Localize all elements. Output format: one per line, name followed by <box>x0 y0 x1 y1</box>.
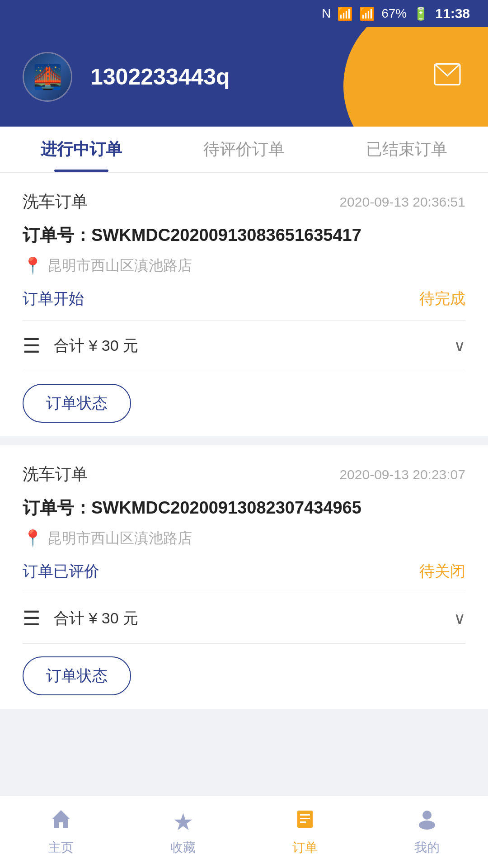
nav-item-mine[interactable]: 我的 <box>366 808 488 856</box>
nav-item-home[interactable]: 主页 <box>0 808 122 856</box>
order-type-1: 洗车订单 <box>23 191 88 213</box>
order-time-1: 2020-09-13 20:36:51 <box>339 194 465 210</box>
star-icon: ★ <box>173 808 194 835</box>
chevron-down-icon-1[interactable]: ∨ <box>454 336 465 355</box>
order-header-2: 洗车订单 2020-09-13 20:23:07 <box>23 463 465 486</box>
order-status-row-2: 订单已评价 待关闭 <box>23 561 465 593</box>
order-number-2: 订单号：SWKMDC20200913082307434965 <box>23 496 465 519</box>
svg-marker-1 <box>52 810 70 828</box>
svg-rect-3 <box>300 814 310 816</box>
list-icon-2: ☰ <box>23 607 40 630</box>
order-total-1: 合计 ¥ 30 元 <box>54 335 454 356</box>
mail-icon[interactable] <box>434 62 461 92</box>
time-display: 11:38 <box>435 6 470 21</box>
avatar-image: 🌉 <box>33 63 62 91</box>
order-state-button-1[interactable]: 订单状态 <box>23 384 131 423</box>
location-text-1: 昆明市西山区滇池路店 <box>47 256 192 276</box>
order-status-row-1: 订单开始 待完成 <box>23 288 465 321</box>
svg-rect-4 <box>300 818 310 819</box>
orders-icon <box>294 808 316 835</box>
tab-active-orders[interactable]: 进行中订单 <box>0 127 163 172</box>
order-type-2: 洗车订单 <box>23 463 88 486</box>
username: 1302233443q <box>90 64 230 90</box>
wifi-icon: 📶 <box>337 6 353 21</box>
svg-point-6 <box>422 811 432 820</box>
location-pin-icon-1: 📍 <box>23 256 43 275</box>
order-state-button-2[interactable]: 订单状态 <box>23 656 131 695</box>
nfc-icon: N <box>322 6 331 21</box>
tab-pending-orders[interactable]: 待评价订单 <box>163 127 325 172</box>
decorative-circle <box>343 27 488 127</box>
status-bar: N 📶 📶 67% 🔋 11:38 <box>0 0 488 27</box>
location-pin-icon-2: 📍 <box>23 529 43 548</box>
order-time-2: 2020-09-13 20:23:07 <box>339 467 465 482</box>
home-label: 主页 <box>48 839 74 856</box>
order-header-1: 洗车订单 2020-09-13 20:36:51 <box>23 191 465 213</box>
chevron-down-icon-2[interactable]: ∨ <box>454 609 465 628</box>
order-list: 洗车订单 2020-09-13 20:36:51 订单号：SWKMDC20200… <box>0 173 488 790</box>
battery-text: 67% <box>381 6 407 21</box>
order-location-2: 📍 昆明市西山区滇池路店 <box>23 528 465 548</box>
bottom-nav: 主页 ★ 收藏 订单 我的 <box>0 796 488 868</box>
list-icon-1: ☰ <box>23 334 40 357</box>
order-status-right-1: 待完成 <box>419 288 465 309</box>
order-card-2: 洗车订单 2020-09-13 20:23:07 订单号：SWKMDC20200… <box>0 445 488 709</box>
avatar[interactable]: 🌉 <box>23 52 72 102</box>
svg-point-7 <box>419 821 435 830</box>
battery-icon: 🔋 <box>413 6 429 21</box>
order-number-1: 订单号：SWKMDC20200913083651635417 <box>23 224 465 247</box>
tab-ended-orders[interactable]: 已结束订单 <box>325 127 488 172</box>
tabs-bar: 进行中订单 待评价订单 已结束订单 <box>0 127 488 173</box>
favorites-label: 收藏 <box>170 839 196 856</box>
order-status-right-2: 待关闭 <box>419 561 465 582</box>
user-icon <box>416 808 438 835</box>
location-text-2: 昆明市西山区滇池路店 <box>47 528 192 548</box>
order-status-left-1: 订单开始 <box>23 288 84 309</box>
home-icon <box>50 808 72 835</box>
order-total-row-1[interactable]: ☰ 合计 ¥ 30 元 ∨ <box>23 321 465 371</box>
nav-item-favorites[interactable]: ★ 收藏 <box>122 808 244 856</box>
header: 🌉 1302233443q <box>0 27 488 127</box>
orders-label: 订单 <box>292 839 318 856</box>
order-total-2: 合计 ¥ 30 元 <box>54 608 454 629</box>
order-card-1: 洗车订单 2020-09-13 20:36:51 订单号：SWKMDC20200… <box>0 173 488 436</box>
mine-label: 我的 <box>414 839 440 856</box>
nav-item-orders[interactable]: 订单 <box>244 808 366 856</box>
svg-rect-5 <box>300 821 306 823</box>
signal-icon: 📶 <box>359 6 375 21</box>
order-location-1: 📍 昆明市西山区滇池路店 <box>23 256 465 276</box>
order-status-left-2: 订单已评价 <box>23 561 99 582</box>
order-total-row-2[interactable]: ☰ 合计 ¥ 30 元 ∨ <box>23 593 465 644</box>
